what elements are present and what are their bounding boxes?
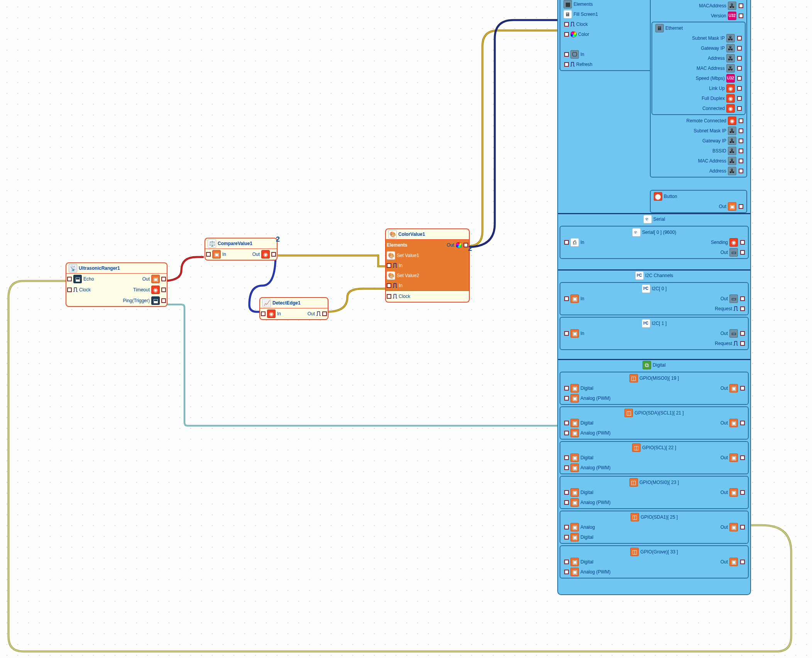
- node-detect[interactable]: 📈DetectEdge1 ◉In Out⎍: [259, 297, 328, 320]
- pin-in[interactable]: [387, 283, 391, 288]
- node-compare[interactable]: 2 ⚖️CompareValue1 ▣In Out◉: [205, 238, 277, 260]
- pin-in[interactable]: [564, 465, 569, 470]
- pin-in[interactable]: [564, 570, 569, 574]
- label: Echo: [83, 276, 94, 282]
- pin-out[interactable]: [737, 56, 742, 61]
- gpio-item[interactable]: ◫GPIO(Grove)[ 33 ] ▣DigitalOut▣ ▣Analog …: [560, 545, 749, 578]
- io-icon: ▣: [729, 523, 738, 531]
- pin-out[interactable]: [740, 455, 745, 460]
- label[interactable]: Ethernet: [665, 25, 683, 31]
- label: Request: [715, 341, 732, 346]
- pin-out[interactable]: [740, 240, 745, 245]
- serial-port-icon: ᯤ: [632, 228, 641, 237]
- label: Color: [578, 32, 589, 37]
- item-title[interactable]: I2C[ 0 ]: [652, 286, 667, 291]
- pin-in[interactable]: [564, 490, 569, 495]
- pin-in[interactable]: [564, 396, 569, 401]
- pin-out[interactable]: [740, 306, 745, 311]
- label[interactable]: Fill Screen1: [573, 12, 598, 17]
- pin-out[interactable]: [161, 288, 166, 292]
- pin-out[interactable]: [737, 96, 742, 101]
- pin-out[interactable]: [161, 277, 166, 281]
- pin-in[interactable]: [564, 421, 569, 425]
- pin-out[interactable]: [740, 490, 745, 495]
- gpio-item[interactable]: ◫GPIO(MOSI0)[ 23 ] ▣DigitalOut▣ ▣Analog …: [560, 476, 749, 509]
- label[interactable]: Elements: [573, 2, 593, 7]
- pin-in[interactable]: [564, 22, 569, 27]
- pin-out[interactable]: [740, 421, 745, 425]
- pin-out[interactable]: [737, 106, 742, 111]
- label: In: [399, 263, 403, 268]
- pin-in[interactable]: [564, 240, 569, 245]
- pin-out[interactable]: [740, 560, 745, 564]
- pin-out[interactable]: [464, 243, 468, 247]
- io-icon: ◉: [151, 286, 160, 294]
- io-icon: ▣: [729, 558, 738, 566]
- u32-icon: U32: [728, 12, 736, 20]
- label: Remote Connected: [687, 118, 726, 123]
- pin-out[interactable]: [740, 341, 745, 346]
- pin-in[interactable]: [564, 52, 569, 57]
- pin-in[interactable]: [564, 32, 569, 37]
- pin-in[interactable]: [564, 560, 569, 564]
- pin-in[interactable]: [564, 331, 569, 336]
- node-color[interactable]: 2 🎨ColorValue1 Elements Out 🎨Set Value1 …: [385, 228, 470, 303]
- pin-out[interactable]: [739, 14, 743, 18]
- pin-out[interactable]: [739, 159, 743, 163]
- pin-in[interactable]: [564, 62, 569, 67]
- pin-out[interactable]: [322, 311, 327, 316]
- pulse-icon: ⎍: [316, 310, 321, 318]
- label: Out: [719, 204, 726, 209]
- pin-out[interactable]: [739, 139, 743, 143]
- pin-in[interactable]: [261, 311, 266, 316]
- net-icon: 🖧: [726, 34, 735, 42]
- pin-out[interactable]: [740, 331, 745, 336]
- pin-out[interactable]: [271, 252, 276, 257]
- set-value-label[interactable]: Set Value1: [397, 253, 419, 258]
- pin-in[interactable]: [564, 296, 569, 301]
- pin-out[interactable]: [739, 169, 743, 173]
- label: Subnet Mask IP: [692, 36, 725, 41]
- item-title[interactable]: Serial[ 0 ] (9600): [642, 230, 677, 235]
- pin-out[interactable]: [739, 129, 743, 133]
- item-title[interactable]: I2C[ 1 ]: [652, 321, 667, 326]
- gpio-item[interactable]: ◫GPIO(SDA)(SCL1)[ 21 ] ▣DigitalOut▣ ▣Ana…: [560, 406, 749, 440]
- pin-in[interactable]: [387, 263, 391, 268]
- pin-in[interactable]: [564, 535, 569, 540]
- pin-out[interactable]: [737, 46, 742, 51]
- pin-out[interactable]: [740, 386, 745, 391]
- gpio-item[interactable]: ◫GPIO(SDA1)[ 25 ] ▣AnalogOut▣ ▣Digital: [560, 511, 749, 544]
- pin-in[interactable]: [564, 431, 569, 435]
- pin-out[interactable]: [739, 149, 743, 153]
- item-title: GPIO(SDA)(SCL1)[ 21 ]: [634, 410, 683, 416]
- set-value-label[interactable]: Set Value2: [397, 273, 419, 278]
- pin-out[interactable]: [740, 296, 745, 301]
- pin-in[interactable]: [67, 277, 72, 281]
- pin-out[interactable]: [737, 66, 742, 71]
- pin-out[interactable]: [740, 525, 745, 529]
- label[interactable]: Button: [664, 194, 677, 199]
- pulse-icon: ⎍: [734, 339, 738, 348]
- gpio-item[interactable]: ◫GPIO(MISO0)[ 19 ] ▣DigitalOut▣ ▣Analog …: [560, 372, 749, 405]
- edge-icon: 📈: [262, 299, 271, 307]
- pin-out[interactable]: [737, 86, 742, 91]
- pin-out[interactable]: [737, 76, 742, 81]
- label: Version: [711, 13, 726, 19]
- pin-out[interactable]: [739, 204, 743, 209]
- pin-out[interactable]: [161, 298, 166, 303]
- node-ultrasonic[interactable]: 📡UltrasonicRanger1 ⬓Echo Out▣ ⎍Clock Tim…: [66, 262, 167, 307]
- pin-in[interactable]: [564, 525, 569, 529]
- pin-in[interactable]: [564, 386, 569, 391]
- board-panel[interactable]: ▦Elements 🖥Fill Screen1 ⎍Clock Color 🖵In…: [557, 0, 751, 595]
- pin-in[interactable]: [67, 288, 72, 292]
- pin-out[interactable]: [739, 118, 743, 123]
- pin-in[interactable]: [387, 294, 391, 299]
- pin-in[interactable]: [206, 252, 211, 257]
- pin-out[interactable]: [737, 36, 742, 41]
- label: Subnet Mask IP: [694, 128, 726, 134]
- pin-out[interactable]: [739, 3, 743, 8]
- pin-in[interactable]: [564, 500, 569, 505]
- gpio-item[interactable]: ◫GPIO(SCL)[ 22 ] ▣DigitalOut▣ ▣Analog (P…: [560, 441, 749, 474]
- pin-in[interactable]: [564, 455, 569, 460]
- pin-out[interactable]: [740, 250, 745, 255]
